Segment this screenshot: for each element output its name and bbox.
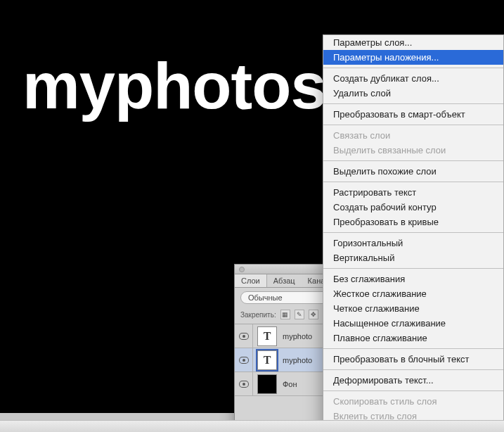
menu-item[interactable]: Выделить похожие слои: [323, 164, 503, 179]
menu-separator: [323, 125, 503, 125]
menu-item[interactable]: Создать рабочий контур: [323, 200, 503, 215]
tab-layers[interactable]: Слои: [235, 274, 267, 287]
menu-separator: [323, 232, 503, 233]
menu-item[interactable]: Жесткое сглаживание: [323, 286, 503, 301]
menu-item[interactable]: Насыщенное сглаживание: [323, 316, 503, 331]
canvas-text-layer[interactable]: myphotosh: [22, 49, 365, 123]
lock-transparency-icon[interactable]: ▦: [280, 310, 290, 319]
layer-thumbnail[interactable]: T: [253, 324, 281, 348]
menu-separator: [323, 68, 503, 68]
layer-thumbnail[interactable]: T: [253, 348, 281, 372]
menu-separator: [323, 182, 503, 182]
menu-separator: [323, 103, 503, 104]
menu-item[interactable]: Деформировать текст...: [323, 373, 503, 388]
menu-item[interactable]: Плавное сглаживание: [323, 331, 503, 345]
menu-separator: [323, 390, 503, 391]
menu-item[interactable]: Без сглаживания: [323, 272, 503, 286]
menu-item[interactable]: Преобразовать в смарт-объект: [323, 107, 503, 122]
visibility-toggle[interactable]: [235, 372, 253, 395]
menu-item[interactable]: Преобразовать в блочный текст: [323, 352, 503, 367]
menu-item[interactable]: Вертикальный: [323, 250, 503, 265]
lock-position-icon[interactable]: ✥: [309, 310, 318, 319]
menu-item: Выделить связанные слои: [323, 143, 503, 158]
layer-thumbnail[interactable]: [253, 372, 281, 396]
layer-context-menu: Параметры слоя...Параметры наложения...С…: [323, 34, 504, 432]
menu-item: Скопировать стиль слоя: [323, 394, 503, 409]
eye-icon: [239, 333, 249, 340]
menu-separator: [323, 369, 503, 370]
layer-name[interactable]: myphoto: [281, 332, 312, 341]
layer-name[interactable]: Фон: [281, 380, 297, 388]
text-layer-icon: T: [257, 326, 277, 346]
menu-item[interactable]: Растрировать текст: [323, 185, 503, 200]
lock-pixels-icon[interactable]: ✎: [295, 310, 304, 319]
eye-icon: [239, 357, 249, 364]
menu-item[interactable]: Параметры наложения...: [323, 50, 503, 65]
visibility-toggle[interactable]: [235, 348, 253, 371]
menu-item[interactable]: Создать дубликат слоя...: [323, 71, 503, 86]
menu-separator: [323, 160, 503, 161]
menu-item[interactable]: Горизонтальный: [323, 236, 503, 250]
eye-icon: [239, 381, 249, 388]
lock-label: Закрепить:: [240, 311, 276, 319]
menu-separator: [323, 268, 503, 269]
fill-thumbnail: [257, 374, 277, 394]
menu-separator: [323, 348, 503, 349]
text-layer-icon: T: [257, 350, 277, 370]
menu-item: Связать слои: [323, 128, 503, 143]
window-footer: [0, 420, 504, 432]
visibility-toggle[interactable]: [235, 324, 253, 348]
menu-item[interactable]: Преобразовать в кривые: [323, 215, 503, 229]
close-icon[interactable]: [239, 267, 245, 272]
menu-item[interactable]: Удалить слой: [323, 86, 503, 101]
layer-name[interactable]: myphoto: [281, 356, 312, 364]
tab-paragraph[interactable]: Абзац: [267, 274, 302, 287]
menu-item[interactable]: Четкое сглаживание: [323, 301, 503, 316]
menu-item[interactable]: Параметры слоя...: [323, 35, 503, 50]
